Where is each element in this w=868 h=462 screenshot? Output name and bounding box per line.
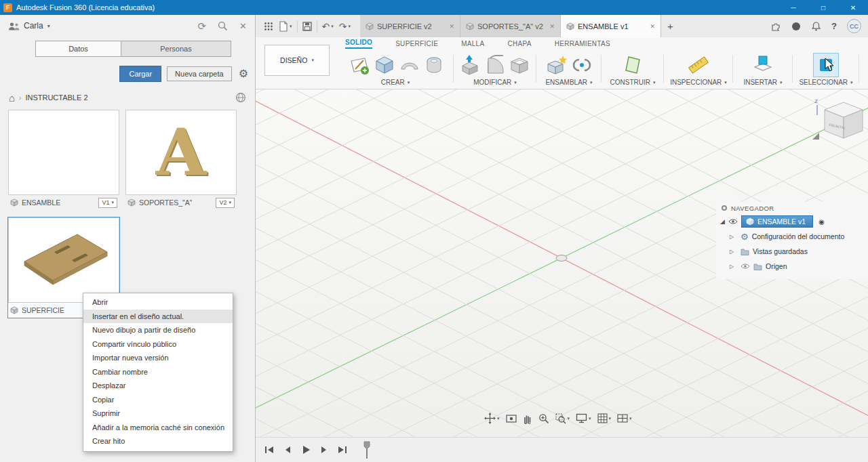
visibility-eye-icon[interactable]	[741, 263, 750, 270]
close-tab-icon[interactable]: ✕	[650, 23, 655, 30]
play-button[interactable]	[299, 443, 313, 457]
shell-icon[interactable]	[509, 54, 530, 76]
notifications-bell-icon[interactable]	[811, 21, 821, 31]
version-dropdown[interactable]: V2▾	[216, 198, 235, 208]
ribbon-tab-herramientas[interactable]: HERRAMIENTAS	[555, 40, 610, 49]
step-back-button[interactable]	[281, 443, 294, 457]
orbit-tool[interactable]: ▾	[484, 413, 500, 424]
panel-settings-gear-icon[interactable]: ⚙	[239, 68, 248, 79]
cylinder-primitive-icon[interactable]	[424, 54, 444, 76]
doc-tab-ensamble[interactable]: ENSAMBLE v1 ✕	[561, 15, 661, 37]
expander-icon[interactable]: ▷	[730, 249, 737, 255]
navigator-item-origin[interactable]: ▷ Origen	[716, 259, 868, 274]
ribbon-tab-solido[interactable]: SOLIDO	[345, 39, 372, 49]
viewports-tool[interactable]: ▾	[617, 414, 632, 423]
navigator-root-row[interactable]: ◢ ENSAMBLE v1 ◉	[716, 214, 868, 229]
menu-item-insertar[interactable]: Insertar en el diseño actual.	[83, 310, 233, 324]
apps-grid-icon[interactable]	[261, 18, 276, 35]
box-primitive-icon[interactable]	[374, 54, 395, 76]
ribbon-tab-malla[interactable]: MALLA	[461, 40, 484, 49]
insert-icon[interactable]	[752, 54, 774, 76]
fillet-icon[interactable]	[485, 54, 505, 76]
minimize-button[interactable]: ─	[778, 0, 808, 15]
home-icon[interactable]: ⌂	[9, 93, 15, 103]
refresh-icon[interactable]: ⟳	[198, 21, 207, 31]
group-label-insertar[interactable]: INSERTAR▾	[743, 79, 782, 86]
step-forward-button[interactable]	[317, 443, 331, 457]
group-label-modificar[interactable]: MODIFICAR▾	[473, 79, 517, 86]
extensions-icon[interactable]	[770, 21, 781, 32]
user-name[interactable]: Carla	[24, 21, 43, 30]
user-caret-icon[interactable]: ▾	[47, 23, 50, 29]
grid-snaps-tool[interactable]: ▾	[597, 413, 612, 423]
redo-icon[interactable]: ↷▾	[336, 18, 353, 35]
new-component-icon[interactable]	[546, 54, 568, 76]
menu-item-abrir[interactable]: Abrir	[83, 295, 233, 310]
menu-item-nuevo-dibujo[interactable]: Nuevo dibujo a partir de diseño	[83, 323, 233, 337]
activate-radio-icon[interactable]: ◉	[818, 218, 825, 226]
undo-icon[interactable]: ↶▾	[319, 18, 336, 35]
zoom-tool[interactable]	[538, 413, 549, 424]
new-folder-button[interactable]: Nueva carpeta	[167, 66, 232, 81]
globe-icon[interactable]	[235, 92, 246, 103]
menu-item-cache-offline[interactable]: Añadir a la memoria caché sin conexión	[83, 421, 233, 435]
menu-item-importar[interactable]: Importar nueva versión	[83, 351, 233, 365]
tab-datos[interactable]: Datos	[36, 41, 121, 56]
menu-item-compartir[interactable]: Compartir vínculo público	[83, 337, 233, 352]
workspace-selector[interactable]: DISEÑO ▾	[264, 45, 330, 76]
group-label-construir[interactable]: CONSTRUIR▾	[610, 79, 656, 86]
file-menu-icon[interactable]: ▾	[276, 18, 295, 35]
close-tab-icon[interactable]: ✕	[449, 23, 454, 30]
group-label-seleccionar[interactable]: SELECCIONAR▾	[799, 79, 852, 86]
skip-to-start-button[interactable]	[262, 443, 276, 457]
doc-tab-superficie[interactable]: SUPERFICIE v2 ✕	[360, 15, 460, 37]
menu-item-copiar[interactable]: Copiar	[83, 393, 233, 407]
save-icon[interactable]	[300, 18, 315, 35]
navigator-item-doc-settings[interactable]: ▷ ⚙ Configuración del documento	[716, 229, 868, 244]
project-card-ensamble[interactable]: ENSAMBLE V1▾	[8, 110, 119, 210]
new-tab-button[interactable]: +	[661, 20, 679, 32]
origin-marker[interactable]	[556, 255, 567, 261]
group-label-ensamblar[interactable]: ENSAMBLAR▾	[545, 79, 592, 86]
display-settings-tool[interactable]: ▾	[576, 413, 591, 423]
fit-tool[interactable]: ▾	[555, 413, 570, 424]
ribbon-tab-superficie[interactable]: SUPERFICIE	[395, 40, 438, 49]
doc-tab-soportes[interactable]: SOPORTES_"A" v2 ✕	[460, 15, 561, 37]
thumbnail-superficie[interactable]	[8, 217, 119, 303]
group-label-crear[interactable]: CREAR▾	[381, 79, 410, 86]
ribbon-tab-chapa[interactable]: CHAPA	[507, 40, 531, 49]
skip-to-end-button[interactable]	[336, 443, 349, 457]
menu-item-suprimir[interactable]: Suprimir	[83, 406, 233, 421]
timeline-position-marker[interactable]	[362, 441, 372, 459]
joint-icon[interactable]	[571, 54, 593, 76]
construction-plane-icon[interactable]	[622, 54, 644, 76]
form-shape-icon[interactable]	[399, 54, 420, 76]
search-icon[interactable]	[218, 21, 228, 31]
close-window-button[interactable]: ✕	[838, 0, 868, 15]
upload-button[interactable]: Cargar	[119, 66, 161, 82]
menu-item-cambiar-nombre[interactable]: Cambiar nombre	[83, 365, 233, 379]
look-at-tool[interactable]	[506, 414, 517, 423]
account-avatar[interactable]: CC	[847, 19, 861, 33]
navigator-item-saved-views[interactable]: ▷ Vistas guardadas	[716, 244, 868, 259]
create-sketch-icon[interactable]	[347, 54, 370, 76]
visibility-eye-icon[interactable]	[728, 218, 738, 225]
help-icon[interactable]: ?	[831, 21, 837, 31]
measure-icon[interactable]	[687, 54, 710, 76]
view-cube[interactable]: Z FRONTAL	[808, 95, 868, 148]
maximize-button[interactable]: □	[808, 0, 838, 15]
version-dropdown[interactable]: V1▾	[98, 198, 117, 208]
home-view-corner-icon[interactable]	[812, 133, 819, 140]
panel-dot-icon[interactable]	[722, 205, 727, 211]
close-panel-icon[interactable]: ✕	[239, 22, 247, 30]
thumbnail-ensamble[interactable]	[8, 110, 119, 195]
tab-personas[interactable]: Personas	[121, 41, 231, 56]
breadcrumb[interactable]: INSTRUCTABLE 2	[25, 93, 87, 102]
thumbnail-soportes[interactable]: A	[125, 110, 237, 195]
job-status-icon[interactable]	[791, 22, 801, 31]
expander-icon[interactable]: ▷	[730, 264, 737, 270]
expander-icon[interactable]: ▷	[730, 234, 737, 240]
project-card-soportes[interactable]: A SOPORTES_"A" V2▾	[125, 110, 237, 210]
group-label-inspeccionar[interactable]: INSPECCIONAR▾	[670, 79, 727, 86]
close-tab-icon[interactable]: ✕	[549, 23, 555, 30]
